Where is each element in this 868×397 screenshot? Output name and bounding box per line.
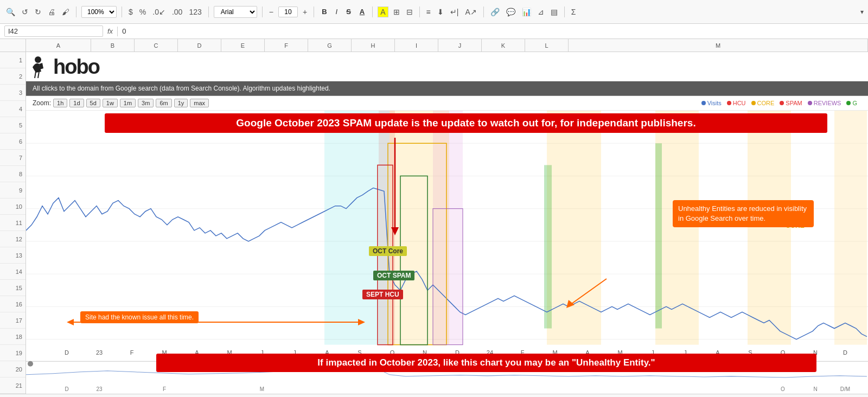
svg-text:D: D bbox=[65, 349, 69, 356]
chart-area: hobo All clicks to the domain from Googl… bbox=[26, 52, 868, 394]
chart-icon[interactable]: 📊 bbox=[520, 7, 533, 17]
formula-input[interactable] bbox=[122, 27, 864, 35]
col-g[interactable]: G bbox=[308, 39, 352, 52]
row-20: 20 bbox=[0, 361, 25, 377]
cell-reference[interactable] bbox=[4, 25, 103, 37]
wrap-icon[interactable]: ↵| bbox=[449, 7, 461, 17]
unhealthy-entities-annotation: Unhealthy Entities are reduced in visibl… bbox=[673, 200, 814, 227]
underline-button[interactable]: A bbox=[357, 7, 367, 17]
svg-point-56 bbox=[28, 361, 33, 367]
col-e[interactable]: E bbox=[221, 39, 265, 52]
corner-cell bbox=[0, 39, 25, 52]
percent-icon[interactable]: % bbox=[138, 7, 148, 17]
legend-core: CORE bbox=[751, 100, 775, 106]
description-row: All clicks to the domain from Google sea… bbox=[26, 81, 868, 96]
col-m[interactable]: M bbox=[569, 39, 868, 52]
filter-icon[interactable]: ⊿ bbox=[536, 7, 546, 17]
col-l[interactable]: L bbox=[525, 39, 569, 52]
align-icon[interactable]: ≡ bbox=[425, 7, 432, 17]
borders-icon[interactable]: ⊞ bbox=[392, 7, 401, 17]
filter-view-icon[interactable]: ▤ bbox=[549, 7, 559, 17]
red-banner: Google October 2023 SPAM update is the u… bbox=[105, 113, 827, 133]
bold-button[interactable]: B bbox=[319, 7, 329, 17]
col-header-row: A B C D E F G H I J K L M bbox=[26, 39, 868, 52]
legend-reviews: REVIEWS bbox=[808, 100, 841, 106]
row-10: 10 bbox=[0, 198, 25, 215]
col-h[interactable]: H bbox=[352, 39, 395, 52]
italic-button[interactable]: I bbox=[333, 7, 341, 17]
row-numbers: 1 2 3 4 5 6 7 8 9 10 11 12 13 14 15 16 1… bbox=[0, 39, 26, 394]
format-number-icon[interactable]: 123 bbox=[187, 7, 203, 17]
legend-spam: SPAM bbox=[780, 100, 802, 106]
svg-rect-16 bbox=[834, 111, 867, 345]
svg-text:N: N bbox=[813, 386, 817, 392]
font-select[interactable]: Arial bbox=[214, 6, 257, 18]
svg-rect-15 bbox=[748, 111, 791, 345]
row-21: 21 bbox=[0, 377, 25, 394]
zoom-1d[interactable]: 1d bbox=[69, 99, 84, 107]
print-icon[interactable]: 🖨 bbox=[46, 7, 57, 17]
row-12: 12 bbox=[0, 231, 25, 247]
col-b[interactable]: B bbox=[91, 39, 135, 52]
col-d[interactable]: D bbox=[178, 39, 221, 52]
row-11: 11 bbox=[0, 215, 25, 231]
valign-icon[interactable]: ⬇ bbox=[436, 7, 445, 17]
more-icon[interactable]: ▾ bbox=[860, 8, 864, 16]
row-18: 18 bbox=[0, 329, 25, 345]
separator9 bbox=[564, 7, 565, 17]
separator7 bbox=[419, 7, 420, 17]
core-dot bbox=[751, 101, 756, 105]
currency-icon[interactable]: $ bbox=[127, 7, 135, 17]
zoom-1m[interactable]: 1m bbox=[120, 99, 136, 107]
svg-rect-12 bbox=[433, 111, 463, 345]
zoom-5d[interactable]: 5d bbox=[86, 99, 100, 107]
svg-text:D: D bbox=[65, 386, 68, 392]
toolbar: 🔍 ↺ ↻ 🖨 🖌 100% $ % .0↙ .00 123 Arial − +… bbox=[0, 0, 868, 24]
comment-icon[interactable]: 💬 bbox=[505, 7, 517, 17]
core-label: CORE bbox=[757, 100, 775, 106]
zoom-6m[interactable]: 6m bbox=[156, 99, 171, 107]
font-size-dec-icon[interactable]: − bbox=[267, 7, 275, 17]
formula-separator bbox=[117, 27, 118, 36]
legend-hcu: HCU bbox=[727, 100, 746, 106]
zoom-1w[interactable]: 1w bbox=[103, 99, 118, 107]
rotation-icon[interactable]: A↗ bbox=[463, 7, 478, 17]
col-k[interactable]: K bbox=[482, 39, 525, 52]
search-icon[interactable]: 🔍 bbox=[4, 7, 17, 17]
legend-g: G bbox=[846, 100, 857, 106]
redo-icon[interactable]: ↻ bbox=[33, 7, 43, 17]
link-icon[interactable]: 🔗 bbox=[489, 7, 501, 17]
zoom-select[interactable]: 100% bbox=[81, 6, 117, 18]
zoom-max[interactable]: max bbox=[190, 99, 209, 107]
row-8: 8 bbox=[0, 166, 25, 182]
col-f[interactable]: F bbox=[265, 39, 308, 52]
svg-text:M: M bbox=[260, 386, 264, 392]
tab-bar: + ☰ Priorities ▾ Reviewed ▾ SEO Audit ▾ … bbox=[0, 394, 868, 397]
font-size-inc-icon[interactable]: + bbox=[301, 7, 309, 17]
svg-text:F: F bbox=[130, 349, 134, 356]
col-c[interactable]: C bbox=[135, 39, 178, 52]
strikethrough-button[interactable]: S bbox=[343, 7, 354, 17]
sum-icon[interactable]: Σ bbox=[570, 7, 578, 17]
zoom-3m[interactable]: 3m bbox=[138, 99, 154, 107]
hobo-text: hobo bbox=[53, 56, 99, 77]
decimal-dec-icon[interactable]: .0↙ bbox=[151, 7, 167, 17]
decimal-inc-icon[interactable]: .00 bbox=[170, 7, 184, 17]
col-a[interactable]: A bbox=[26, 39, 91, 52]
zoom-1y[interactable]: 1y bbox=[174, 99, 188, 107]
svg-rect-18 bbox=[655, 143, 662, 328]
merge-icon[interactable]: ⊟ bbox=[405, 7, 414, 17]
font-size-input[interactable] bbox=[278, 7, 298, 17]
row-17: 17 bbox=[0, 312, 25, 329]
zoom-label: Zoom: bbox=[33, 99, 51, 107]
separator2 bbox=[122, 7, 122, 17]
sept-hcu-label: SEPT HCU bbox=[362, 290, 403, 299]
g-label: G bbox=[852, 100, 857, 106]
undo-icon[interactable]: ↺ bbox=[20, 7, 30, 17]
paint-format-icon[interactable]: 🖌 bbox=[60, 7, 71, 17]
col-j[interactable]: J bbox=[438, 39, 482, 52]
col-i[interactable]: I bbox=[395, 39, 438, 52]
separator6 bbox=[372, 7, 373, 17]
fill-color-icon[interactable]: A bbox=[378, 7, 388, 17]
zoom-1h[interactable]: 1h bbox=[53, 99, 67, 107]
